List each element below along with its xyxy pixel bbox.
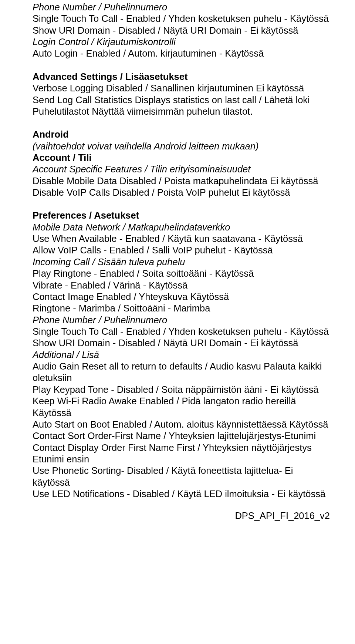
- text-line: Vibrate - Enabled / Värinä - Käytössä: [33, 280, 330, 291]
- heading-incoming-call: Incoming Call / Sisään tuleva puhelu: [33, 256, 330, 268]
- heading-account-features: Account Specific Features / Tilin erityi…: [33, 163, 330, 175]
- text-line: Use When Available - Enabled / Käytä kun…: [33, 233, 330, 245]
- text-line: Show URI Domain - Disabled / Näytä URI D…: [33, 25, 330, 36]
- text-line: Ringtone - Marimba / Soittoääni - Marimb…: [33, 303, 330, 314]
- heading-preferences: Preferences / Asetukset: [33, 210, 330, 221]
- heading-android: Android: [33, 129, 330, 140]
- heading-advanced-settings: Advanced Settings / Lisäasetukset: [33, 71, 330, 82]
- paragraph-gap: [33, 198, 330, 210]
- text-line: Single Touch To Call - Enabled / Yhden k…: [33, 13, 330, 24]
- text-line: Send Log Call Statistics Displays statis…: [33, 94, 330, 118]
- heading-login-control: Login Control / Kirjautumiskontrolli: [33, 36, 330, 48]
- sub-note-android: (vaihtoehdot voivat vaihdella Android la…: [33, 141, 330, 152]
- paragraph-gap: [33, 117, 330, 129]
- text-line: Disable VoIP Calls Disabled / Poista VoI…: [33, 187, 330, 198]
- text-line: Auto Login - Enabled / Autom. kirjautumi…: [33, 48, 330, 59]
- heading-phone-number: Phone Number / Puhelinnumero: [33, 1, 330, 13]
- text-line: Play Keypad Tone - Disabled / Soita näpp…: [33, 384, 330, 395]
- heading-mobile-data-network: Mobile Data Network / Matkapuhelindatave…: [33, 222, 330, 233]
- heading-additional: Additional / Lisä: [33, 349, 330, 361]
- text-line: Use Phonetic Sorting- Disabled / Käytä f…: [33, 465, 330, 488]
- text-line: Contact Sort Order-First Name / Yhteyksi…: [33, 430, 330, 442]
- heading-phone-number-2: Phone Number / Puhelinnumero: [33, 314, 330, 326]
- text-line: Keep Wi-Fi Radio Awake Enabled / Pidä la…: [33, 395, 330, 419]
- text-line: Play Ringtone - Enabled / Soita soittoää…: [33, 268, 330, 279]
- text-line: Disable Mobile Data Disabled / Poista ma…: [33, 175, 330, 187]
- text-line: Auto Start on Boot Enabled / Autom. aloi…: [33, 419, 330, 430]
- text-line: Use LED Notifications - Disabled / Käytä…: [33, 488, 330, 500]
- footer-doc-id: DPS_API_FI_2016_v2: [33, 510, 330, 522]
- text-line: Contact Image Enabled / Yhteyskuva Käytö…: [33, 291, 330, 303]
- text-line: Contact Display Order First Name First /…: [33, 442, 330, 465]
- text-line: Show URI Domain - Disabled / Näytä URI D…: [33, 337, 330, 349]
- text-line: Allow VoIP Calls - Enabled / Salli VoIP …: [33, 245, 330, 256]
- paragraph-gap: [33, 60, 330, 71]
- text-line: Verbose Logging Disabled / Sanallinen ki…: [33, 82, 330, 94]
- text-line: Audio Gain Reset all to return to defaul…: [33, 361, 330, 384]
- text-line: Single Touch To Call - Enabled / Yhden k…: [33, 326, 330, 337]
- heading-account: Account / Tili: [33, 152, 330, 163]
